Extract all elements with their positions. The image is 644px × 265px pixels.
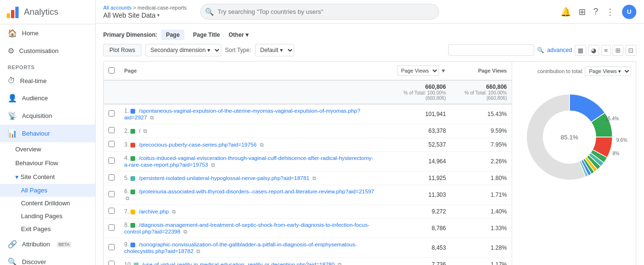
external-link-icon[interactable]: ⧉ <box>196 248 200 254</box>
plot-rows-button[interactable]: Plot Rows <box>103 44 141 56</box>
total-pv-cell: 660,806 % of Total: 100.00% (660,806) <box>451 80 512 104</box>
app-title: Analytics <box>24 7 58 17</box>
breadcrumb-all-accounts[interactable]: All accounts <box>103 5 131 11</box>
sidebar-sub-behaviour-flow[interactable]: Behaviour Flow <box>0 156 95 170</box>
avatar[interactable]: U <box>622 5 636 19</box>
row-page-link[interactable]: /archive.php <box>139 209 169 214</box>
external-link-icon[interactable]: ⧉ <box>312 175 316 181</box>
row-page-link[interactable]: /diagnosis-management-and-treatment-of-s… <box>124 222 369 234</box>
row-checkbox-cell <box>104 152 119 171</box>
apps-icon[interactable]: ⊞ <box>579 7 586 17</box>
sort-arrow[interactable]: ▼ <box>441 68 446 74</box>
sidebar-sub-all-pages[interactable]: All Pages <box>0 184 95 197</box>
search-input[interactable] <box>200 4 439 20</box>
row-page-link[interactable]: /persistent-isolated-unilateral-hypoglos… <box>139 175 310 181</box>
table-search-input[interactable] <box>448 44 534 56</box>
sidebar-header: Analytics <box>0 0 95 24</box>
col-pageviews2-header: Page Views <box>451 62 512 80</box>
external-link-icon[interactable]: ⧉ <box>211 162 215 168</box>
primary-dimension-row: Primary Dimension: Page Page Title Other… <box>103 30 636 40</box>
table-view-button[interactable]: ⊞ <box>612 45 623 56</box>
dim-tab-page-title[interactable]: Page Title <box>188 30 225 40</box>
row-page-link[interactable]: /use-of-virtual-reality-in-medical-educa… <box>142 262 334 265</box>
sidebar-sub-landing-pages[interactable]: Landing Pages <box>0 210 95 223</box>
table-row: 9. /sonographic-nonvisualization-of-the-… <box>104 238 512 258</box>
sidebar-item-customisation[interactable]: ⚙ Customisation <box>0 42 95 60</box>
site-selector[interactable]: All Web Site Data ▾ <box>103 11 187 19</box>
row-page-cell: 5. /persistent-isolated-unilateral-hypog… <box>119 171 381 185</box>
row-page-link[interactable]: /spontaneous-vaginal-expulsion-of-the-ut… <box>124 108 360 120</box>
row-page-link[interactable]: / <box>139 128 140 134</box>
secondary-dimension-select[interactable]: Secondary dimension ▾ <box>145 44 221 56</box>
svg-rect-1 <box>11 10 14 18</box>
row-checkbox[interactable] <box>108 141 115 147</box>
advanced-link[interactable]: advanced <box>547 47 572 53</box>
table-row: 6. /proteinuria-associated-with-thyroid-… <box>104 185 512 205</box>
row-checkbox[interactable] <box>108 174 115 180</box>
row-checkbox[interactable] <box>108 208 115 214</box>
sort-type-select[interactable]: Default ▾ <box>255 44 294 56</box>
sidebar-item-audience[interactable]: 👤 Audience <box>0 89 95 107</box>
row-pageviews: 9,272 <box>381 205 451 219</box>
external-link-icon[interactable]: ⧉ <box>150 115 154 120</box>
contribution-label: contribution to total: <box>537 68 583 74</box>
sidebar-item-home[interactable]: 🏠 Home <box>0 24 95 42</box>
search-right-icon[interactable]: 🔍 <box>537 47 544 53</box>
table-row: 8. /diagnosis-management-and-treatment-o… <box>104 219 512 238</box>
row-color-dot <box>130 243 135 247</box>
row-checkbox-cell <box>104 205 119 219</box>
row-pageviews: 63,378 <box>381 124 451 138</box>
help-icon[interactable]: ? <box>593 7 598 17</box>
select-all-checkbox[interactable] <box>108 67 115 74</box>
search-right: 🔍 advanced ▦ ◕ ≡ ⊞ ⊡ <box>448 44 636 56</box>
dim-tab-other[interactable]: Other ▾ <box>229 32 248 38</box>
sidebar-sub-site-content[interactable]: ▾ Site Content <box>0 170 95 184</box>
sidebar-item-acquisition[interactable]: 📡 Acquisition <box>0 107 95 125</box>
contribution-select[interactable]: Page Views ▾ <box>585 66 631 76</box>
sidebar-sub-exit-pages[interactable]: Exit Pages <box>0 223 95 235</box>
sidebar-item-discover[interactable]: 🔍 Discover <box>0 253 95 265</box>
row-color-dot <box>134 263 139 265</box>
more-icon[interactable]: ⋮ <box>606 7 614 17</box>
pie-view-button[interactable]: ◕ <box>588 45 599 56</box>
dim-tab-page[interactable]: Page <box>161 30 184 40</box>
more-view-button[interactable]: ⊡ <box>625 45 636 56</box>
table-section: Page Page Views ▼ <box>104 62 512 265</box>
svg-rect-0 <box>7 13 10 18</box>
external-link-icon[interactable]: ⧉ <box>143 128 147 134</box>
metric-select[interactable]: Page Views <box>397 65 439 76</box>
row-checkbox[interactable] <box>108 244 115 250</box>
grid-view-button[interactable]: ▦ <box>575 45 586 56</box>
content-area: Primary Dimension: Page Page Title Other… <box>96 24 644 265</box>
row-page-link[interactable]: /precocious-puberty-case-series.php?aid=… <box>139 142 257 148</box>
table-row: 7. /archive.php ⧉ 9,272 1.40% <box>104 205 512 219</box>
total-label-cell <box>119 80 381 104</box>
row-page-link[interactable]: /proteinuria-associated-with-thyroid-dis… <box>139 189 375 194</box>
external-link-icon[interactable]: ⧉ <box>338 262 342 265</box>
row-checkbox[interactable] <box>108 127 115 133</box>
notification-icon[interactable]: 🔔 <box>560 7 571 17</box>
row-page-link[interactable]: /coitus-induced-vaginal-evisceration-thr… <box>124 155 373 168</box>
view-icons: ▦ ◕ ≡ ⊞ ⊡ <box>575 45 636 56</box>
row-page-link[interactable]: /sonographic-nonvisualization-of-the-gal… <box>124 242 357 254</box>
external-link-icon[interactable]: ⧉ <box>260 142 264 148</box>
sidebar-sub-overview[interactable]: Overview <box>0 142 95 156</box>
row-checkbox[interactable] <box>108 224 115 231</box>
external-link-icon[interactable]: ⧉ <box>172 209 176 214</box>
row-checkbox[interactable] <box>108 261 115 265</box>
bar-view-button[interactable]: ≡ <box>601 45 611 56</box>
sidebar-item-attribution[interactable]: 🔗 Attribution BETA <box>0 235 95 253</box>
sidebar-item-behaviour[interactable]: 📊 Behaviour <box>0 125 95 142</box>
row-checkbox[interactable] <box>108 110 115 117</box>
attribution-badge: BETA <box>57 242 72 247</box>
row-checkbox[interactable] <box>108 158 115 164</box>
row-checkbox[interactable] <box>108 191 115 197</box>
external-link-icon[interactable]: ⧉ <box>126 195 129 201</box>
sidebar-sub-content-drilldown[interactable]: Content Drilldown <box>0 197 95 210</box>
col-checkbox <box>104 62 119 80</box>
external-link-icon[interactable]: ⧉ <box>183 229 187 234</box>
row-pageviews: 101,941 <box>381 104 451 124</box>
sidebar-item-realtime[interactable]: ⏱ Real-time <box>0 72 95 89</box>
total-checkbox-cell <box>104 80 119 104</box>
sidebar-attribution-label: Attribution <box>22 241 50 248</box>
